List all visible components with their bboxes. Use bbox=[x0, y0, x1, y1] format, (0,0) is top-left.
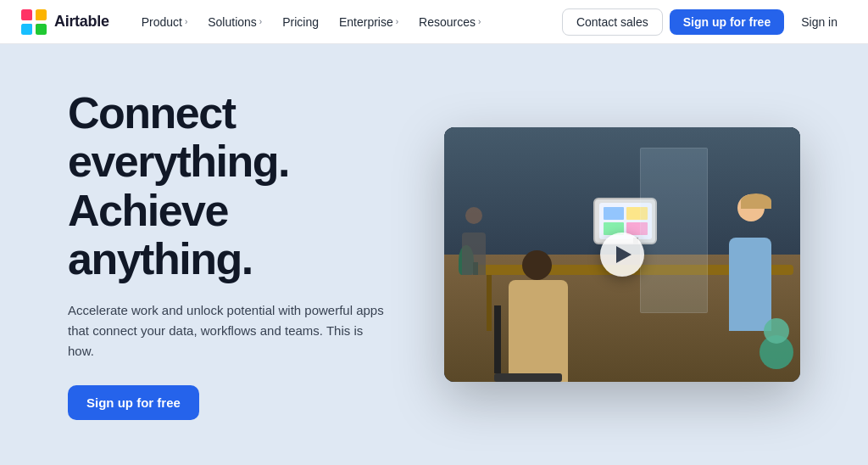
hero-content: Connecteverything.Achieveanything. Accel… bbox=[68, 89, 393, 420]
hero-section: Connecteverything.Achieveanything. Accel… bbox=[0, 44, 868, 465]
nav-item-resources[interactable]: Resources › bbox=[410, 10, 489, 34]
contact-sales-button[interactable]: Contact sales bbox=[562, 8, 663, 36]
person-bg-body bbox=[462, 232, 486, 275]
screen-block-1 bbox=[604, 207, 625, 220]
hero-headline: Connecteverything.Achieveanything. bbox=[68, 89, 393, 283]
nav-actions: Contact sales Sign up for free Sign in bbox=[562, 8, 848, 36]
person-seated-body bbox=[509, 280, 568, 382]
chevron-down-icon: › bbox=[478, 17, 481, 26]
navigation: Airtable Product › Solutions › Pricing E… bbox=[0, 0, 868, 44]
nav-item-pricing[interactable]: Pricing bbox=[274, 10, 327, 34]
person-standing-body bbox=[729, 238, 771, 331]
hero-media bbox=[444, 127, 800, 382]
chevron-down-icon: › bbox=[259, 17, 262, 26]
person-standing-hair bbox=[741, 193, 771, 209]
play-icon bbox=[616, 246, 632, 263]
hero-subtext: Accelerate work and unlock potential wit… bbox=[68, 300, 390, 361]
logo[interactable]: Airtable bbox=[20, 8, 109, 36]
nav-item-enterprise[interactable]: Enterprise › bbox=[331, 10, 407, 34]
signin-button[interactable]: Sign in bbox=[791, 9, 848, 35]
nav-item-product[interactable]: Product › bbox=[133, 10, 197, 34]
chevron-down-icon: › bbox=[185, 17, 187, 26]
nav-signup-button[interactable]: Sign up for free bbox=[670, 9, 784, 35]
background-window bbox=[640, 148, 708, 313]
table-leg-left bbox=[487, 275, 492, 331]
logo-text: Airtable bbox=[54, 13, 109, 31]
chair-back bbox=[494, 305, 501, 373]
svg-rect-8 bbox=[36, 9, 47, 20]
video-thumbnail[interactable] bbox=[444, 127, 800, 382]
svg-rect-7 bbox=[21, 9, 32, 20]
svg-rect-10 bbox=[36, 24, 47, 35]
play-button[interactable] bbox=[600, 232, 644, 277]
airtable-logo-icon bbox=[20, 8, 47, 36]
nav-links: Product › Solutions › Pricing Enterprise… bbox=[133, 10, 562, 34]
hero-signup-button[interactable]: Sign up for free bbox=[68, 385, 199, 420]
chevron-down-icon: › bbox=[396, 17, 398, 26]
chair bbox=[494, 373, 562, 382]
svg-rect-9 bbox=[21, 24, 32, 35]
nav-item-solutions[interactable]: Solutions › bbox=[199, 10, 270, 34]
